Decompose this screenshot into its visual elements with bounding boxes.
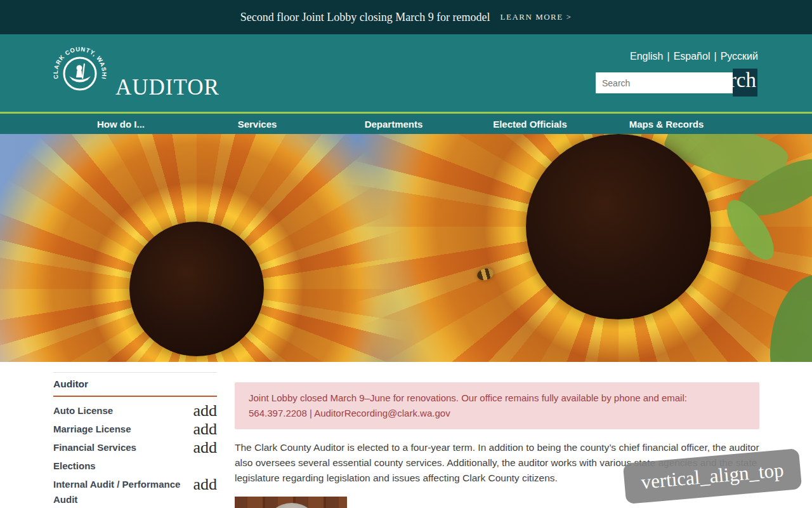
sidebar-item-elections[interactable]: Elections	[53, 457, 217, 475]
language-link-russian[interactable]: Русский	[721, 51, 758, 62]
paddler-body	[76, 70, 82, 77]
language-switcher: English|Español|Русский	[630, 51, 758, 62]
search-area: Search	[596, 69, 757, 97]
language-link-english[interactable]: English	[630, 51, 663, 62]
add-expander-icon[interactable]: add	[187, 422, 217, 437]
language-link-espanol[interactable]: Español	[674, 51, 710, 62]
language-separator: |	[714, 51, 716, 62]
site-header: CLARK COUNTY, WASHINGTON AUDITOR English…	[0, 34, 812, 112]
nav-item-elected-officials[interactable]: Elected Officials	[462, 119, 598, 130]
add-expander-icon[interactable]: add	[187, 477, 217, 492]
search-button[interactable]: Search	[733, 69, 757, 97]
page-title: AUDITOR	[115, 75, 219, 100]
nav-item-maps-records[interactable]: Maps & Records	[598, 119, 735, 130]
sidebar-item-label: Financial Services	[53, 440, 187, 455]
page: Second floor Joint Lobby closing March 9…	[0, 0, 812, 508]
hero-sunflower-image	[0, 134, 812, 362]
add-expander-icon[interactable]: add	[187, 403, 217, 418]
main-nav: How do I... Services Departments Elected…	[0, 114, 812, 134]
notice-text: Joint Lobby closed March 9–June for reno…	[249, 391, 745, 421]
sidebar-item-label: Auto License	[53, 403, 187, 418]
language-separator: |	[667, 51, 669, 62]
sidebar-item-marriage-license[interactable]: Marriage License add	[53, 420, 217, 438]
vertical-align-top-icon: vertical_align_top	[640, 458, 785, 494]
nav-item-how-do-i[interactable]: How do I...	[53, 119, 189, 130]
learn-more-link[interactable]: LEARN MORE >	[501, 12, 572, 22]
sidebar-list: Auto License add Marriage License add Fi…	[53, 401, 217, 508]
paddle	[82, 64, 84, 79]
sidebar-item-label: Elections	[53, 458, 187, 474]
sunflower-center-right	[526, 134, 711, 319]
sidebar-item-label: Internal Audit / Performance Audit	[53, 477, 187, 507]
sidebar-menu: Auditor Auto License add Marriage Licens…	[53, 372, 217, 508]
sidebar-item-internal-audit[interactable]: Internal Audit / Performance Audit add	[53, 475, 217, 508]
nav-item-services[interactable]: Services	[189, 119, 325, 130]
sidebar-item-label: Marriage License	[53, 422, 187, 437]
alert-message: Second floor Joint Lobby closing March 9…	[240, 11, 490, 24]
add-expander-icon[interactable]: add	[187, 440, 217, 455]
search-input[interactable]	[596, 72, 733, 93]
portrait-head	[266, 503, 317, 508]
paddler-head	[77, 65, 82, 71]
alert-banner: Second floor Joint Lobby closing March 9…	[0, 0, 812, 34]
sunflower-center-left	[129, 222, 264, 356]
notice-box: Joint Lobby closed March 9–June for reno…	[235, 382, 759, 429]
sidebar-item-auditor[interactable]: Auditor	[53, 378, 217, 397]
nav-item-departments[interactable]: Departments	[325, 119, 462, 130]
auditor-portrait-photo	[235, 497, 347, 508]
county-seal-logo[interactable]: CLARK COUNTY, WASHINGTON	[52, 44, 108, 100]
sidebar-item-financial-services[interactable]: Financial Services add	[53, 438, 217, 457]
sidebar-item-auto-license[interactable]: Auto License add	[53, 401, 217, 420]
